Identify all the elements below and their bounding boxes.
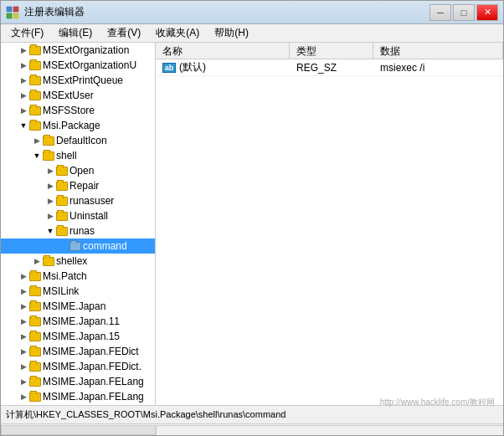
expand-arrow: ▶ bbox=[44, 167, 56, 175]
bottom-scroll-bar[interactable] bbox=[1, 423, 503, 435]
tree-item-msipatch[interactable]: ▶ Msi.Patch bbox=[1, 269, 155, 284]
folder-icon bbox=[29, 61, 41, 70]
tree-item-defaulticon[interactable]: ▶ DefaultIcon bbox=[1, 133, 155, 148]
tree-item-msimejapanfedict2[interactable]: ▶ MSIME.Japan.FEDict. bbox=[1, 359, 155, 374]
expand-arrow: ▼ bbox=[44, 227, 56, 235]
folder-icon bbox=[56, 197, 68, 206]
folder-icon bbox=[29, 91, 41, 100]
main-content: ▶ MSExtOrganization ▶ MSExtOrganizationU… bbox=[1, 43, 503, 405]
registry-value-row[interactable]: ab (默认) REG_SZ msiexec /i bbox=[156, 59, 503, 76]
tree-horizontal-scrollbar[interactable] bbox=[1, 425, 156, 435]
expand-arrow: ▶ bbox=[18, 302, 29, 310]
svg-rect-0 bbox=[7, 7, 12, 12]
folder-icon bbox=[29, 317, 41, 326]
tree-item-shellex[interactable]: ▶ shellex bbox=[1, 254, 155, 269]
tree-item-msextprintqueue[interactable]: ▶ MSExtPrintQueue bbox=[1, 73, 155, 88]
tree-item-label: shell bbox=[56, 150, 77, 162]
menu-view[interactable]: 查看(V) bbox=[100, 24, 147, 42]
expand-arrow: ▶ bbox=[18, 76, 29, 85]
folder-icon bbox=[29, 76, 41, 85]
menu-favorites[interactable]: 收藏夹(A) bbox=[149, 24, 206, 42]
status-bar: 计算机\HKEY_CLASSES_ROOT\Msi.Package\shell\… bbox=[1, 405, 503, 423]
folder-icon bbox=[43, 151, 54, 161]
menu-help[interactable]: 帮助(H) bbox=[208, 24, 255, 42]
status-path: 计算机\HKEY_CLASSES_ROOT\Msi.Package\shell\… bbox=[6, 408, 285, 421]
tree-item-msextuser[interactable]: ▶ MSExtUser bbox=[1, 88, 155, 103]
value-name-label: (默认) bbox=[179, 60, 206, 74]
tree-item-uninstall[interactable]: ▶ Uninstall bbox=[1, 208, 155, 223]
folder-icon bbox=[29, 287, 41, 296]
tree-item-open[interactable]: ▶ Open bbox=[1, 163, 155, 178]
name-column-header: 名称 bbox=[156, 43, 290, 59]
expand-arrow: ▶ bbox=[18, 362, 29, 371]
maximize-button[interactable]: □ bbox=[453, 4, 475, 21]
tree-item-label: MSIME.Japan.11 bbox=[43, 315, 120, 327]
menu-file[interactable]: 文件(F) bbox=[4, 24, 50, 42]
svg-rect-1 bbox=[13, 7, 18, 12]
svg-rect-2 bbox=[7, 13, 12, 18]
minimize-button[interactable]: ─ bbox=[429, 4, 451, 21]
tree-item-msextorg[interactable]: ▶ MSExtOrganization bbox=[1, 43, 155, 58]
tree-item-label: MSILink bbox=[43, 285, 79, 297]
app-icon bbox=[6, 6, 19, 19]
expand-arrow: ▶ bbox=[18, 106, 29, 115]
folder-icon bbox=[29, 377, 41, 387]
tree-item-repair[interactable]: ▶ Repair bbox=[1, 178, 155, 193]
expand-arrow: ▶ bbox=[18, 317, 29, 326]
tree-item-msimejapan[interactable]: ▶ MSIME.Japan bbox=[1, 299, 155, 314]
tree-item-label: command bbox=[83, 240, 127, 252]
tree-item-label: runasuser bbox=[69, 195, 114, 207]
tree-item-msfsstore[interactable]: ▶ MSFSStore bbox=[1, 103, 155, 118]
expand-arrow: ▼ bbox=[18, 121, 29, 130]
expand-arrow: ▶ bbox=[18, 332, 29, 341]
registry-values-panel: 名称 类型 数据 ab (默认) REG_SZ msiexec /i bbox=[156, 43, 503, 405]
folder-icon bbox=[29, 332, 41, 341]
tree-item-label: MSExtOrganizationU bbox=[43, 59, 136, 71]
tree-item-command[interactable]: command bbox=[1, 239, 155, 254]
expand-arrow: ▶ bbox=[31, 257, 43, 265]
expand-arrow: ▶ bbox=[44, 182, 56, 190]
value-type-cell: REG_SZ bbox=[290, 60, 373, 75]
expand-arrow: ▶ bbox=[18, 347, 29, 356]
tree-item-label: Msi.Patch bbox=[43, 270, 87, 282]
value-name-cell: ab (默认) bbox=[156, 59, 290, 76]
tree-item-label: Msi.Package bbox=[43, 120, 100, 131]
svg-rect-3 bbox=[13, 13, 18, 18]
tree-item-label: MSExtPrintQueue bbox=[43, 74, 123, 86]
tree-item-msilink[interactable]: ▶ MSILink bbox=[1, 284, 155, 299]
folder-icon bbox=[29, 392, 41, 402]
tree-item-msimejapan15[interactable]: ▶ MSIME.Japan.15 bbox=[1, 329, 155, 344]
close-button[interactable]: ✕ bbox=[476, 4, 498, 21]
window-controls: ─ □ ✕ bbox=[429, 4, 498, 21]
expand-arrow: ▶ bbox=[18, 392, 29, 401]
expand-arrow: ▶ bbox=[18, 46, 29, 54]
tree-item-msextorgu[interactable]: ▶ MSExtOrganizationU bbox=[1, 58, 155, 73]
right-horizontal-scrollbar[interactable] bbox=[156, 425, 503, 435]
menu-edit[interactable]: 编辑(E) bbox=[52, 24, 99, 42]
expand-arrow: ▶ bbox=[18, 377, 29, 386]
tree-item-label: DefaultIcon bbox=[56, 135, 107, 146]
expand-arrow: ▶ bbox=[44, 212, 56, 220]
tree-item-runas[interactable]: ▼ runas bbox=[1, 223, 155, 239]
tree-item-shell[interactable]: ▼ shell bbox=[1, 148, 155, 163]
folder-icon bbox=[69, 242, 81, 251]
registry-editor-window: 注册表编辑器 ─ □ ✕ 文件(F) 编辑(E) 查看(V) 收藏夹(A) 帮助… bbox=[0, 0, 504, 436]
tree-item-label: MSIME.Japan bbox=[43, 300, 105, 312]
tree-item-msimejapanfelang[interactable]: ▶ MSIME.Japan.FELang bbox=[1, 374, 155, 389]
tree-item-msimejapan11[interactable]: ▶ MSIME.Japan.11 bbox=[1, 314, 155, 329]
tree-item-msipackage[interactable]: ▼ Msi.Package bbox=[1, 118, 155, 133]
window-title: 注册表编辑器 bbox=[24, 5, 429, 19]
folder-icon bbox=[29, 362, 41, 372]
expand-arrow: ▶ bbox=[31, 136, 43, 145]
folder-icon bbox=[56, 167, 68, 176]
tree-item-label: MSFSStore bbox=[43, 105, 95, 116]
registry-tree[interactable]: ▶ MSExtOrganization ▶ MSExtOrganizationU… bbox=[1, 43, 156, 405]
tree-item-msimejapanfelang2[interactable]: ▶ MSIME.Japan.FELang bbox=[1, 389, 155, 404]
tree-item-msimejapanfedict[interactable]: ▶ MSIME.Japan.FEDict bbox=[1, 344, 155, 359]
tree-item-label: MSExtUser bbox=[43, 90, 94, 101]
folder-icon bbox=[29, 46, 41, 55]
folder-icon bbox=[56, 182, 68, 191]
tree-item-runasuser[interactable]: ▶ runasuser bbox=[1, 193, 155, 208]
reg-sz-icon: ab bbox=[162, 63, 176, 73]
data-column-header: 数据 bbox=[373, 43, 503, 59]
